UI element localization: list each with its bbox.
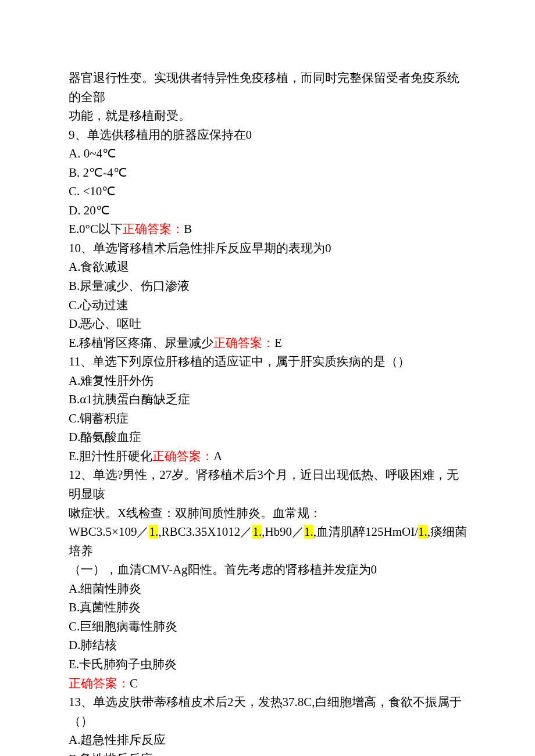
answer-value: B: [184, 222, 192, 236]
q9-option-e-text: E.0°C以下: [69, 222, 123, 236]
answer-label: 正确答案：: [213, 336, 274, 350]
q10-option-e-answer: E.移植肾区疼痛、尿量减少正确答案：E: [69, 334, 468, 353]
highlight-text: 1.: [149, 525, 158, 539]
q11-option-b: B.α1抗胰蛋白酶缺乏症: [69, 390, 468, 409]
q11-option-a: A.难复性肝外伤: [69, 371, 468, 390]
q12-option-b: B.真菌性肺炎: [69, 598, 468, 617]
answer-label: 正确答案：: [152, 449, 213, 463]
q11-option-e-answer: E.胆汁性肝硬化正确答案：A: [69, 447, 468, 466]
q12-option-a: A.细菌性肺炎: [69, 579, 468, 599]
q12-stem-line-2: 嗽症状。X线检查：双肺间质性肺炎。血常规：: [69, 504, 468, 523]
q9-stem: 9、单选供移植用的脏器应保持在0: [69, 126, 468, 145]
lab-text: ,Hb90／: [262, 525, 304, 539]
q11-option-e-text: E.胆汁性肝硬化: [69, 449, 152, 463]
q10-stem: 10、单选肾移植术后急性排斥反应早期的表现为0: [69, 239, 468, 258]
q9-option-b: B. 2℃-4℃: [69, 163, 468, 182]
answer-value: C: [130, 676, 138, 690]
highlight-text: 1.: [418, 525, 427, 539]
answer-label: 正确答案：: [123, 222, 184, 236]
q12-lab-line: WBC3.5×109／1.,RBC3.35X1012／1.,Hb90／1.,血清…: [69, 522, 468, 560]
q10-option-d: D.恶心、呕吐: [69, 314, 468, 334]
q13-option-b: B.急性排斥反应: [69, 750, 468, 756]
q9-option-a: A. 0~4℃: [69, 144, 468, 163]
q12-option-c: C.巨细胞病毒性肺炎: [69, 617, 468, 636]
document-page: 器官退行性变。实现供者特异性免疫移植，而同时完整保留受者免疫系统的全部 功能，就…: [0, 0, 535, 756]
q12-option-d: D.肺结核: [69, 636, 468, 655]
lab-text: ,血清肌醉125HmOI/: [313, 525, 418, 539]
q9-option-c: C. <10℃: [69, 182, 468, 201]
q9-option-d: D. 20℃: [69, 201, 468, 220]
q9-option-e-answer: E.0°C以下正确答案：B: [69, 220, 468, 239]
intro-line-2: 功能，就是移植耐受。: [69, 106, 468, 126]
lab-text: ,RBC3.35X1012／: [158, 525, 252, 539]
q12-answer: 正确答案：C: [69, 674, 468, 693]
answer-label: 正确答案：: [69, 676, 130, 690]
q10-option-b: B.尿量减少、伤口渗液: [69, 277, 468, 296]
highlight-text: 1.: [304, 525, 313, 539]
lab-text: WBC3.5×109／: [69, 525, 149, 539]
q10-option-a: A.食欲减退: [69, 257, 468, 277]
answer-value: E: [274, 336, 282, 350]
q12-stem-line-4: （一），血清CMV-Ag阳性。首先考虑的肾移植并发症为0: [69, 560, 468, 579]
q13-option-a: A.超急性排斥反应: [69, 730, 468, 750]
intro-line-1: 器官退行性变。实现供者特异性免疫移植，而同时完整保留受者免疫系统的全部: [69, 69, 468, 106]
q11-stem: 11、单选下列原位肝移植的适应证中，属于肝实质疾病的是（）: [69, 352, 468, 371]
q11-option-c: C.铜蓄积症: [69, 409, 468, 428]
q11-option-d: D.酪氨酸血症: [69, 428, 468, 447]
highlight-text: 1.: [252, 525, 262, 539]
q10-option-c: C.心动过速: [69, 296, 468, 315]
q12-option-e: E.卡氏肺狗子虫肺炎: [69, 655, 468, 674]
q12-stem-line-1: 12、单选?男性，27岁。肾移植术后3个月，近日出现低热、呼吸困难，无明显咳: [69, 465, 468, 503]
q10-option-e-text: E.移植肾区疼痛、尿量减少: [69, 336, 213, 350]
answer-value: A: [213, 449, 222, 463]
q13-stem: 13、单选皮肤带蒂移植皮术后2天，发热37.8C,白细胞增高，食欲不振属于（）: [69, 693, 468, 730]
